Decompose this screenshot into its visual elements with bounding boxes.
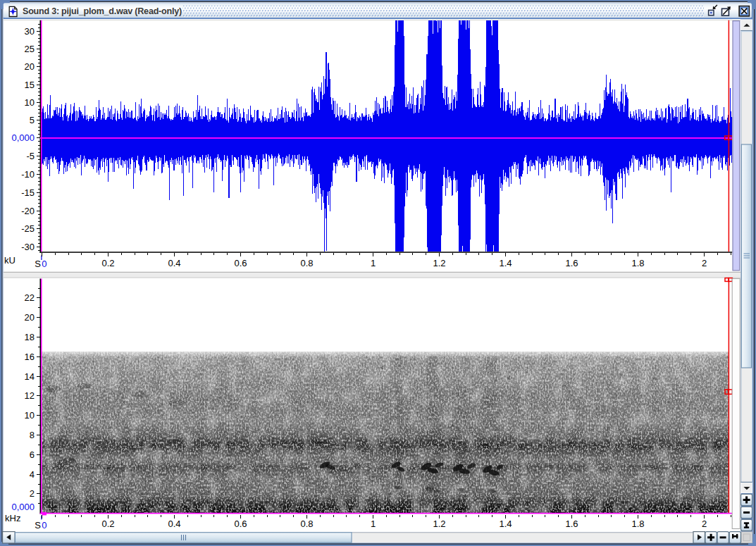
svg-text:-15: -15 (21, 187, 35, 198)
svg-text:0.8: 0.8 (300, 519, 313, 529)
svg-text:16: 16 (25, 352, 35, 362)
svg-text:1.6: 1.6 (565, 519, 578, 529)
svg-text:0.4: 0.4 (168, 258, 180, 268)
svg-text:0,000: 0,000 (11, 502, 35, 512)
svg-text:2: 2 (702, 258, 707, 268)
svg-text:2: 2 (702, 519, 707, 529)
svg-text:0.2: 0.2 (101, 258, 114, 268)
svg-text:1.8: 1.8 (631, 519, 644, 529)
svg-text:18: 18 (25, 332, 35, 342)
svg-text:10: 10 (25, 97, 35, 108)
svg-text:0.4: 0.4 (168, 519, 180, 529)
svg-text:1.2: 1.2 (433, 519, 445, 529)
svg-text:15: 15 (25, 80, 35, 90)
svg-text:kHz: kHz (5, 513, 20, 523)
svg-text:8: 8 (30, 430, 35, 440)
svg-text:kU: kU (4, 255, 16, 266)
svg-text:1.6: 1.6 (565, 258, 578, 268)
svg-text:1: 1 (371, 258, 376, 268)
svg-text:0.6: 0.6 (234, 258, 247, 268)
svg-text:1.4: 1.4 (499, 519, 512, 529)
svg-text:2: 2 (30, 488, 35, 499)
svg-text:-30: -30 (21, 242, 35, 252)
svg-text:25: 25 (25, 44, 35, 54)
svg-text:0: 0 (42, 520, 47, 531)
svg-text:-20: -20 (21, 206, 35, 216)
svg-text:20: 20 (25, 312, 35, 323)
svg-text:6: 6 (30, 449, 35, 460)
svg-text:0.6: 0.6 (234, 519, 247, 529)
svg-text:14: 14 (25, 371, 35, 382)
svg-text:Sound 3: pijui_plom_d.wav (Rea: Sound 3: pijui_plom_d.wav (Read-only) (23, 6, 182, 16)
svg-text:1: 1 (371, 519, 376, 529)
svg-text:S: S (35, 259, 41, 269)
svg-text:0.8: 0.8 (300, 258, 313, 268)
svg-text:1.2: 1.2 (433, 258, 445, 268)
svg-text:0: 0 (42, 259, 47, 269)
svg-text:1.4: 1.4 (499, 258, 512, 268)
svg-text:20: 20 (25, 61, 35, 72)
svg-text:0.2: 0.2 (101, 519, 114, 529)
svg-text:-10: -10 (21, 169, 35, 180)
svg-text:1.8: 1.8 (631, 258, 644, 268)
svg-text:-25: -25 (21, 223, 35, 234)
svg-text:22: 22 (25, 292, 35, 303)
svg-text:5: 5 (30, 115, 35, 125)
svg-text:0,000: 0,000 (11, 132, 35, 143)
svg-text:4: 4 (30, 469, 35, 480)
svg-text:30: 30 (25, 26, 35, 37)
svg-text:-5: -5 (26, 151, 35, 161)
svg-text:S: S (35, 520, 41, 531)
svg-text:12: 12 (25, 390, 35, 401)
svg-text:10: 10 (25, 410, 35, 421)
